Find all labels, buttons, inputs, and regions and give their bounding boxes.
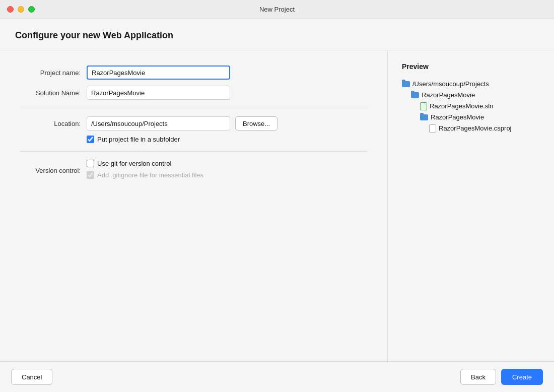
tree-item-label: RazorPagesMovie.sln <box>430 101 493 112</box>
back-button[interactable]: Back <box>460 369 496 385</box>
close-button[interactable] <box>7 6 14 13</box>
cancel-button[interactable]: Cancel <box>11 369 52 385</box>
csproj-file-icon <box>429 124 436 133</box>
subfolder-row: Put project file in a subfolder <box>87 136 367 143</box>
folder-icon <box>420 114 428 120</box>
tree-item-label: /Users/msoucoup/Projects <box>412 79 489 90</box>
sln-file-icon <box>420 102 427 110</box>
version-control-section: Version control: Use git for version con… <box>20 160 367 181</box>
gitignore-label: Add .gitignore file for inessential file… <box>97 171 203 179</box>
titlebar: New Project <box>0 0 554 19</box>
maximize-button[interactable] <box>28 6 35 13</box>
location-label: Location: <box>20 120 81 127</box>
preview-title: Preview <box>402 62 540 71</box>
project-name-input[interactable] <box>87 66 230 80</box>
tree-item-label: RazorPagesMovie.csproj <box>439 123 512 134</box>
solution-name-label: Solution Name: <box>20 89 81 97</box>
create-button[interactable]: Create <box>501 369 543 385</box>
version-options: Use git for version control Add .gitigno… <box>87 160 203 181</box>
subfolder-checkbox[interactable] <box>87 136 94 143</box>
window-title: New Project <box>259 6 295 13</box>
dialog-body: Project name: Solution Name: Location: B… <box>0 50 554 361</box>
version-control-row: Version control: Use git for version con… <box>20 160 367 181</box>
dialog-header: Configure your new Web Application <box>0 19 554 50</box>
list-item: RazorPagesMovie.csproj <box>429 123 540 134</box>
page-title: Configure your new Web Application <box>15 30 539 41</box>
gitignore-row: Add .gitignore file for inessential file… <box>87 171 203 179</box>
list-item: /Users/msoucoup/Projects <box>402 79 540 90</box>
list-item: RazorPagesMovie <box>420 112 540 123</box>
tree-item-label: RazorPagesMovie <box>431 112 484 123</box>
dialog: Configure your new Web Application Proje… <box>0 19 554 392</box>
footer-right-buttons: Back Create <box>460 369 543 385</box>
subfolder-label: Put project file in a subfolder <box>97 136 180 143</box>
gitignore-checkbox[interactable] <box>87 171 94 179</box>
location-input[interactable] <box>87 116 230 130</box>
project-name-row: Project name: <box>20 66 367 80</box>
folder-icon <box>411 92 419 98</box>
left-panel: Project name: Solution Name: Location: B… <box>0 50 388 361</box>
solution-name-row: Solution Name: <box>20 86 367 100</box>
use-git-checkbox[interactable] <box>87 160 94 167</box>
right-panel: Preview /Users/msoucoup/Projects RazorPa… <box>388 50 554 361</box>
list-item: RazorPagesMovie <box>411 90 540 101</box>
use-git-label: Use git for version control <box>97 160 171 167</box>
location-row: Location: Browse... <box>20 116 367 130</box>
file-tree: /Users/msoucoup/Projects RazorPagesMovie… <box>402 79 540 134</box>
list-item: RazorPagesMovie.sln <box>420 101 540 112</box>
solution-name-input[interactable] <box>87 86 230 100</box>
project-name-label: Project name: <box>20 69 81 77</box>
browse-button[interactable]: Browse... <box>235 116 278 130</box>
divider-2 <box>20 151 367 152</box>
dialog-footer: Cancel Back Create <box>0 361 554 392</box>
titlebar-buttons <box>7 6 35 13</box>
minimize-button[interactable] <box>18 6 24 13</box>
version-control-label: Version control: <box>20 167 81 174</box>
divider-1 <box>20 108 367 108</box>
tree-item-label: RazorPagesMovie <box>422 90 475 101</box>
folder-icon <box>402 81 410 87</box>
use-git-row: Use git for version control <box>87 160 203 167</box>
